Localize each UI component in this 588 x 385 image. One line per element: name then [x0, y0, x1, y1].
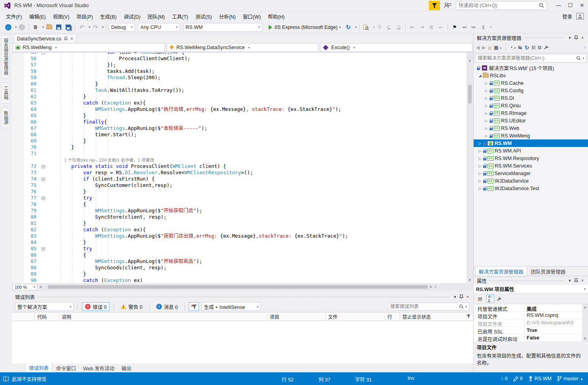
tree-node-RS.WM.Services[interactable]: ▷C#RS.WM.Services: [474, 162, 588, 170]
code-line[interactable]: 71: [12, 151, 467, 157]
properties-icon[interactable]: ⧉: [538, 45, 541, 50]
breakpoint-margin[interactable]: [12, 55, 24, 62]
toggle-bookmark-button[interactable]: ⚑: [450, 23, 459, 32]
nav-project-dropdown[interactable]: RS.WeiMeng▾: [13, 43, 165, 52]
scroll-right-arrow[interactable]: ▲: [428, 285, 434, 289]
menu-item-窗口W[interactable]: 窗口(W): [239, 11, 264, 22]
window-position-dropdown-icon[interactable]: ▾: [567, 278, 573, 283]
menu-item-帮助H[interactable]: 帮助(H): [264, 11, 288, 22]
solution-tree[interactable]: M解决方案'RS.WM' (15 个项目)◢RSLibs▷C#RS.Cache▷…: [474, 63, 588, 266]
code-line[interactable]: 64 WMSettings.AppRunLog($"执行出错,errMsg: {…: [12, 106, 467, 112]
property-value[interactable]: D:\VS Workspace\RS: [524, 319, 588, 326]
pin-icon[interactable]: [573, 278, 579, 283]
fold-margin[interactable]: [40, 176, 47, 182]
redo-button[interactable]: ↷: [91, 23, 100, 32]
code-line[interactable]: 62 }: [12, 93, 467, 100]
tree-node-RS.Cache[interactable]: ▷C#RS.Cache: [474, 79, 588, 87]
toggle-outlining-button[interactable]: ≣: [427, 23, 436, 32]
error-list-body[interactable]: [12, 321, 473, 364]
breakpoint-margin[interactable]: [12, 157, 24, 163]
solution-search-input[interactable]: [478, 55, 576, 61]
tree-node-RS.WM.API[interactable]: ▷C#RS.WM.API: [474, 147, 588, 154]
tree-node-WJDataService[interactable]: ▷C#WJDataService: [474, 177, 588, 185]
clear-bookmarks-button[interactable]: ⮭: [479, 23, 487, 32]
collapsed-icon[interactable]: ▷: [484, 126, 489, 130]
close-panel-icon[interactable]: ×: [579, 35, 586, 40]
breakpoint-margin[interactable]: [12, 227, 24, 233]
home-icon[interactable]: ⌂: [488, 44, 491, 51]
breakpoint-margin[interactable]: [12, 74, 24, 81]
navigate-back-dropdown[interactable]: ▾: [15, 25, 17, 29]
breakpoint-margin[interactable]: [12, 52, 24, 55]
column-filter-icon[interactable]: [467, 314, 470, 318]
se-forward-icon[interactable]: ▶: [482, 45, 486, 50]
bottom-tab-错误列表[interactable]: 错误列表: [25, 363, 52, 373]
undo-button[interactable]: ↶: [78, 23, 86, 32]
tab-close-icon[interactable]: ×: [70, 36, 73, 42]
code-line[interactable]: 68 timer.Start();: [12, 132, 467, 138]
menu-item-生成B[interactable]: 生成(B): [97, 11, 120, 22]
collapsed-icon[interactable]: ▷: [484, 104, 489, 108]
feedback-icon[interactable]: [444, 2, 451, 9]
comment-button[interactable]: ⠿: [375, 23, 384, 32]
tree-node-RS.Qiniu[interactable]: ▷C#RS.Qiniu: [474, 102, 588, 109]
breakpoint-margin[interactable]: [12, 151, 24, 157]
fold-margin[interactable]: [40, 163, 47, 170]
quick-launch-input[interactable]: [459, 3, 539, 8]
breakpoint-margin[interactable]: [12, 138, 24, 144]
breakpoint-margin[interactable]: [12, 246, 24, 252]
side-tab-0[interactable]: 服务器资源管理器: [2, 35, 10, 78]
error-list-search[interactable]: ▾: [388, 303, 469, 311]
code-line[interactable]: 72 private static void ProcessClient(WMC…: [12, 163, 467, 170]
error-scope-dropdown[interactable]: 整个解决方案▾: [15, 302, 74, 311]
column-header-文件[interactable]: 文件: [326, 313, 385, 320]
editor-vertical-scrollbar[interactable]: ▲ ▼: [467, 53, 473, 283]
breakpoint-margin[interactable]: [12, 233, 24, 239]
code-line[interactable]: 69 }: [12, 138, 467, 144]
collapsed-icon[interactable]: ▷: [484, 134, 489, 138]
solution-search-box[interactable]: ▾: [475, 54, 586, 63]
breakpoint-margin[interactable]: [12, 100, 24, 106]
column-header-代码[interactable]: 代码: [35, 313, 59, 320]
breakpoint-margin[interactable]: [12, 239, 24, 246]
find-in-files-button[interactable]: [362, 23, 370, 32]
bottom-tab-Web 发布活动[interactable]: Web 发布活动: [80, 364, 118, 373]
property-value[interactable]: 集成: [524, 304, 588, 311]
undo-dropdown[interactable]: ▾: [89, 25, 90, 29]
breakpoint-margin[interactable]: [12, 132, 24, 138]
tree-node-RS.WM[interactable]: ▷RS.WM: [474, 139, 588, 147]
code-line[interactable]: 73 var resp = RS.DI.Resolver.Resolve<WMC…: [12, 170, 467, 176]
maximize-button[interactable]: ☐: [564, 1, 576, 10]
scroll-up-arrow[interactable]: ▲: [583, 304, 587, 310]
se-back-icon[interactable]: ◀: [476, 45, 480, 50]
column-header-说明[interactable]: 说明: [59, 313, 267, 320]
collapsed-icon[interactable]: ▷: [478, 141, 482, 145]
code-line[interactable]: 83 WMSettings.AppRunLog($"获取门店出错,errMsg:…: [12, 233, 467, 239]
redo-dropdown[interactable]: ▾: [102, 25, 104, 29]
collapse-definitions-button[interactable]: ⯬: [436, 23, 445, 32]
side-tab-2[interactable]: 数据源: [2, 107, 10, 128]
breakpoint-margin[interactable]: [12, 189, 24, 195]
editor-zoom-dropdown[interactable]: 100 %▾: [13, 284, 37, 290]
properties-scrollbar[interactable]: ▲ ▼: [582, 304, 588, 342]
increase-indent-button[interactable]: ⇥: [417, 23, 426, 32]
tree-node-RS.RImage[interactable]: ▷C#RS.RImage: [474, 109, 588, 117]
property-row[interactable]: 总是在调试时启动False: [474, 334, 588, 342]
save-button[interactable]: [54, 23, 63, 32]
code-line[interactable]: 88 SyncGoods(client, resp);: [12, 265, 467, 271]
expanded-icon[interactable]: ◢: [478, 74, 482, 78]
collapsed-icon[interactable]: ▷: [478, 179, 482, 183]
code-line[interactable]: 80 SyncStore(client, resp);: [12, 214, 467, 220]
code-line[interactable]: 89 }: [12, 271, 467, 277]
collapsed-icon[interactable]: ▷: [478, 172, 482, 175]
collapsed-icon[interactable]: ▷: [484, 89, 489, 93]
start-debugging-button[interactable]: IIS Express (Microsoft Edge) ▾: [266, 23, 343, 32]
user-profile-icon[interactable]: [576, 13, 584, 20]
solution-root-node[interactable]: M解决方案'RS.WM' (15 个项目): [474, 64, 588, 72]
solution-explorer-header[interactable]: 解决方案资源管理器 ▾ ×: [474, 33, 588, 42]
tree-node-RS.WeiMeng[interactable]: ▷C#RS.WeiMeng: [474, 132, 588, 139]
collapsed-icon[interactable]: ▷: [484, 96, 489, 100]
code-line[interactable]: 81 }: [12, 220, 467, 227]
code-line[interactable]: 86 {: [12, 252, 467, 258]
collapse-region-icon[interactable]: [42, 177, 45, 181]
